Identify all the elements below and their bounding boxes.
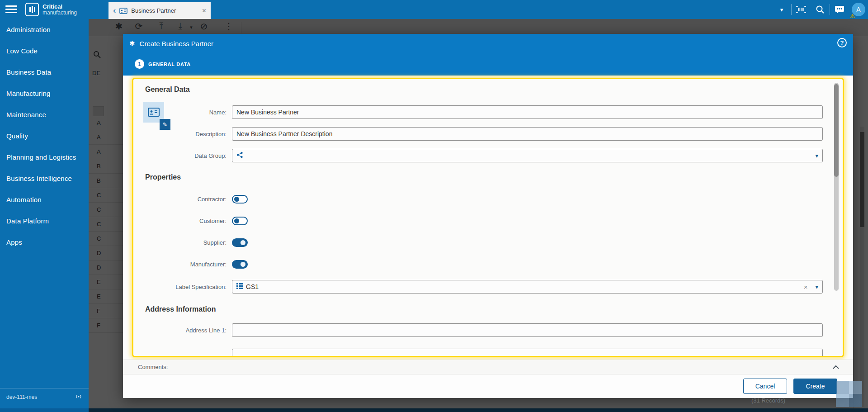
- app-logo: Critical manufacturing: [25, 3, 77, 16]
- sidebar-item-quality[interactable]: Quality: [0, 125, 89, 147]
- manufacturer-label: Manufacturer:: [144, 261, 226, 268]
- step-label: GENERAL DATA: [148, 62, 191, 67]
- section-properties: Properties: [145, 173, 181, 181]
- sidebar: Administration Low Code Business Data Ma…: [0, 19, 89, 408]
- chevron-down-icon[interactable]: ▾: [815, 284, 818, 290]
- help-icon[interactable]: ?: [837, 38, 847, 47]
- chevron-down-icon[interactable]: ▾: [815, 152, 818, 159]
- sidebar-item-low-code[interactable]: Low Code: [0, 40, 89, 62]
- logo-line1: Critical: [42, 4, 77, 10]
- form-scrollbar[interactable]: [834, 83, 839, 291]
- sidebar-item-business-intelligence[interactable]: Business Intelligence: [0, 168, 89, 189]
- top-bar: Critical manufacturing ‹ Business Partne…: [0, 0, 868, 19]
- sidebar-item-planning-and-logistics[interactable]: Planning and Logistics: [0, 147, 89, 168]
- customer-toggle[interactable]: [232, 217, 248, 225]
- data-group-select[interactable]: ▾: [232, 149, 823, 162]
- logo-icon: [25, 3, 39, 16]
- environment-name: dev-111-mes: [6, 394, 37, 400]
- create-icon: ✱: [129, 39, 135, 47]
- manufacturer-toggle[interactable]: [232, 260, 248, 269]
- sidebar-item-maintenance[interactable]: Maintenance: [0, 104, 89, 125]
- messages-icon[interactable]: [830, 0, 849, 19]
- logo-line2: manufacturing: [42, 10, 77, 16]
- sidebar-item-business-data[interactable]: Business Data: [0, 62, 89, 83]
- sidebar-item-manufacturing[interactable]: Manufacturing: [0, 83, 89, 104]
- supplier-toggle[interactable]: [232, 238, 248, 247]
- application-window: ✱ ⟳ ⤒ ⤓ ▾ ⊘ ⋮ DE A A A B B C C C C D D E…: [0, 0, 868, 412]
- section-address-information: Address Information: [145, 305, 216, 313]
- warning-icon: ⚠: [850, 13, 855, 19]
- tab-label: Business Partner: [131, 7, 198, 14]
- dialog-footer: Cancel Create: [123, 374, 853, 398]
- comments-label: Comments:: [138, 364, 832, 370]
- business-partner-icon: [119, 8, 127, 14]
- general-data-panel: General Data ✎ Name: New Business Partne…: [132, 78, 844, 357]
- barcode-scanner-icon[interactable]: [792, 0, 811, 19]
- dialog-header: ✱ Create Business Partner ? 1 GENERAL DA…: [123, 34, 853, 76]
- sidebar-item-automation[interactable]: Automation: [0, 189, 89, 210]
- cancel-button[interactable]: Cancel: [743, 379, 787, 394]
- data-group-label: Data Group:: [144, 152, 226, 159]
- share-icon: [236, 152, 243, 160]
- contractor-toggle[interactable]: [232, 195, 248, 204]
- address-line-2-input[interactable]: [232, 349, 823, 357]
- customer-label: Customer:: [144, 218, 226, 224]
- contractor-label: Contractor:: [144, 196, 226, 203]
- create-business-partner-dialog: ✱ Create Business Partner ? 1 GENERAL DA…: [123, 34, 853, 398]
- sidebar-item-data-platform[interactable]: Data Platform: [0, 210, 89, 232]
- address-line-1-input[interactable]: [232, 323, 823, 337]
- selection-highlight-artifact: [836, 381, 862, 407]
- dialog-title: Create Business Partner: [140, 40, 213, 47]
- tab-business-partner[interactable]: ‹ Business Partner ×: [108, 2, 211, 19]
- connectivity-icon: [75, 393, 82, 401]
- description-input[interactable]: New Business Partner Description: [232, 127, 823, 141]
- chevron-up-icon[interactable]: [832, 365, 840, 369]
- back-chevron-icon[interactable]: ‹: [113, 6, 116, 14]
- sidebar-item-administration[interactable]: Administration: [0, 19, 89, 40]
- user-avatar[interactable]: A ⚠: [849, 0, 868, 19]
- label-specification-label: Label Specification:: [144, 284, 226, 290]
- search-icon[interactable]: [811, 0, 830, 19]
- name-label: Name:: [144, 109, 226, 116]
- label-specification-select[interactable]: GS1 × ▾: [232, 280, 823, 294]
- workspace-dropdown[interactable]: ▾: [772, 0, 791, 19]
- step-number: 1: [135, 59, 144, 69]
- records-count: (31 Records): [751, 397, 785, 404]
- address-line-1-label: Address Line 1:: [144, 327, 226, 334]
- list-icon: [236, 283, 243, 291]
- create-button[interactable]: Create: [793, 379, 837, 394]
- supplier-label: Supplier:: [144, 239, 226, 246]
- section-general-data: General Data: [145, 85, 190, 94]
- description-label: Description:: [144, 131, 226, 137]
- comments-section[interactable]: Comments:: [123, 360, 853, 374]
- sidebar-item-apps[interactable]: Apps: [0, 232, 89, 253]
- name-input[interactable]: New Business Partner: [232, 105, 823, 119]
- tab-close-icon[interactable]: ×: [202, 7, 206, 15]
- wizard-step-general-data[interactable]: 1 GENERAL DATA: [135, 59, 191, 69]
- menu-icon[interactable]: [5, 5, 17, 14]
- clear-icon[interactable]: ×: [804, 283, 808, 291]
